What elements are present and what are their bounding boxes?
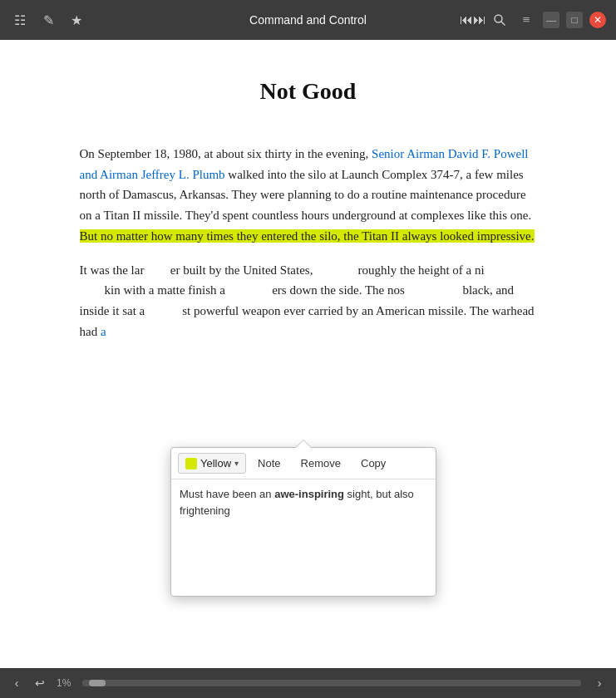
page-percent: 1% [57, 677, 71, 689]
bottom-bar: ‹ ↩ 1% › [0, 668, 616, 698]
scrollbar-thumb[interactable] [89, 680, 106, 686]
annotation-popup: Yellow ▾ Note Remove Copy Must have been… [170, 447, 436, 597]
dropdown-arrow-icon: ▾ [234, 459, 239, 468]
settings-icon[interactable]: ≡ [516, 10, 536, 30]
color-swatch [185, 458, 197, 469]
annotation-note-area[interactable]: Must have been an awe-inspiring sight, b… [171, 479, 436, 596]
para2-height: roughly the height of a ni [355, 263, 485, 277]
remove-button[interactable]: Remove [293, 453, 349, 474]
para1-start: On September 18, 1980, at about six thir… [80, 147, 372, 160]
chapter-title: Not Good [80, 73, 537, 111]
para1-highlighted: But no matter how many times they entere… [80, 229, 535, 243]
bookmark-icon[interactable]: ★ [67, 10, 86, 30]
copy-button[interactable]: Copy [352, 453, 394, 474]
annotation-note-text: Must have been an awe-inspiring sight, b… [180, 486, 427, 519]
titlebar: ☷ ✎ ★ Command and Control ⏮⏭ ≡ — □ ✕ [0, 0, 616, 40]
note-button[interactable]: Note [249, 453, 288, 474]
annotation-toolbar: Yellow ▾ Note Remove Copy [171, 448, 436, 479]
para2-start: It was the lar [80, 263, 145, 277]
color-label: Yellow [200, 457, 231, 469]
para2-powerful: st powerful weapon ever carried by an Am… [80, 304, 535, 338]
para2-link[interactable]: a [101, 325, 106, 338]
edit-icon[interactable]: ✎ [38, 10, 58, 30]
menu-icon[interactable]: ☷ [10, 10, 30, 30]
minimize-button[interactable]: — [543, 12, 559, 28]
content-area: Not Good On September 18, 1980, at about… [0, 40, 616, 668]
annotation-arrow [295, 440, 312, 448]
page-content: Not Good On September 18, 1980, at about… [63, 40, 554, 372]
window-title: Command and Control [249, 13, 367, 27]
paragraph-2: It was the larggester built by the Unite… [80, 260, 537, 342]
para2-built: er built by the United States, [170, 263, 313, 277]
audio-icon[interactable]: ⏮⏭ [463, 10, 483, 30]
para2-skin: kin with a matte finish a [105, 283, 225, 297]
maximize-button[interactable]: □ [566, 12, 583, 28]
svg-line-1 [501, 22, 505, 25]
search-icon[interactable] [490, 10, 510, 30]
close-button[interactable]: ✕ [589, 12, 606, 28]
prev-page-button[interactable]: ‹ [7, 673, 27, 693]
color-selector[interactable]: Yellow ▾ [178, 453, 246, 474]
titlebar-right: ⏮⏭ ≡ — □ ✕ [463, 10, 606, 30]
next-page-button[interactable]: › [589, 673, 609, 693]
para2-numbers: ers down the side. The nos [272, 283, 405, 297]
note-bold-word: awe-inspiring [274, 488, 344, 500]
paragraph-1: On September 18, 1980, at about six thir… [80, 144, 537, 247]
scrollbar-track[interactable] [82, 680, 581, 686]
back-button[interactable]: ↩ [30, 673, 50, 693]
titlebar-left: ☷ ✎ ★ [10, 10, 86, 30]
